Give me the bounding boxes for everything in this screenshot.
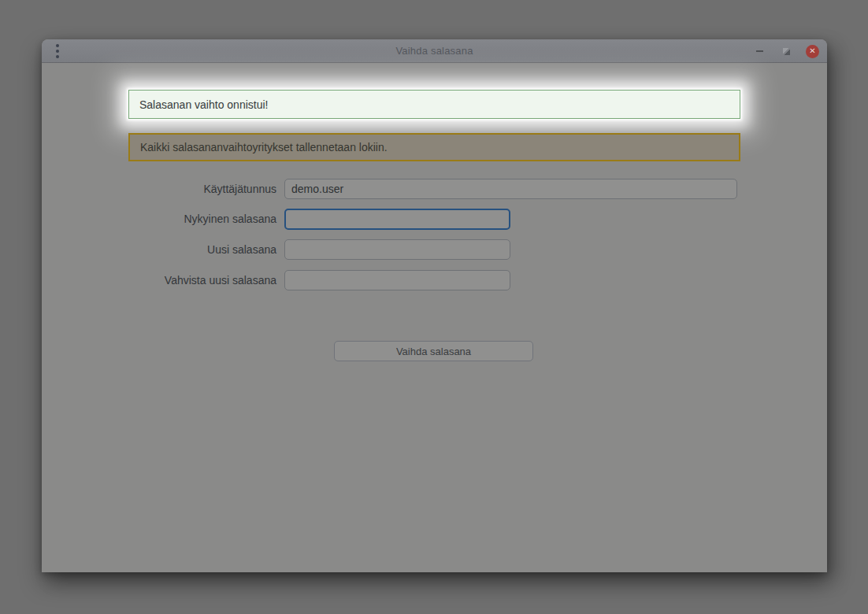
minimize-button[interactable] [752, 44, 766, 58]
confirm-password-input[interactable] [284, 270, 510, 290]
close-button[interactable]: ✕ [806, 45, 819, 58]
change-password-window: Vaihda salasana ✕ Salasanan vaihto onnis… [42, 39, 827, 572]
restore-button[interactable] [779, 44, 793, 58]
current-password-label: Nykyinen salasana [42, 209, 276, 229]
window-title: Vaihda salasana [42, 45, 827, 57]
current-password-input[interactable] [284, 209, 510, 230]
titlebar: Vaihda salasana ✕ [42, 39, 827, 63]
window-content: Salasanan vaihto onnistui! Kaikki salasa… [42, 64, 827, 572]
username-label: Käyttäjätunnus [42, 179, 276, 199]
window-controls: ✕ [752, 39, 819, 63]
confirm-password-label: Vahvista uusi salasana [42, 270, 276, 290]
close-icon: ✕ [809, 47, 815, 55]
menu-kebab-icon[interactable] [50, 43, 65, 60]
new-password-input[interactable] [284, 239, 510, 260]
username-input[interactable] [284, 179, 737, 199]
warning-banner: Kaikki salasananvaihtoyritykset tallenne… [128, 133, 740, 161]
change-password-button[interactable]: Vaihda salasana [334, 341, 533, 361]
warning-banner-text: Kaikki salasananvaihtoyritykset tallenne… [140, 141, 388, 154]
new-password-label: Uusi salasana [42, 239, 276, 260]
restore-icon [783, 48, 790, 55]
success-banner-text: Salasanan vaihto onnistui! [139, 98, 268, 111]
minimize-icon [756, 50, 763, 52]
success-banner: Salasanan vaihto onnistui! [128, 90, 740, 119]
